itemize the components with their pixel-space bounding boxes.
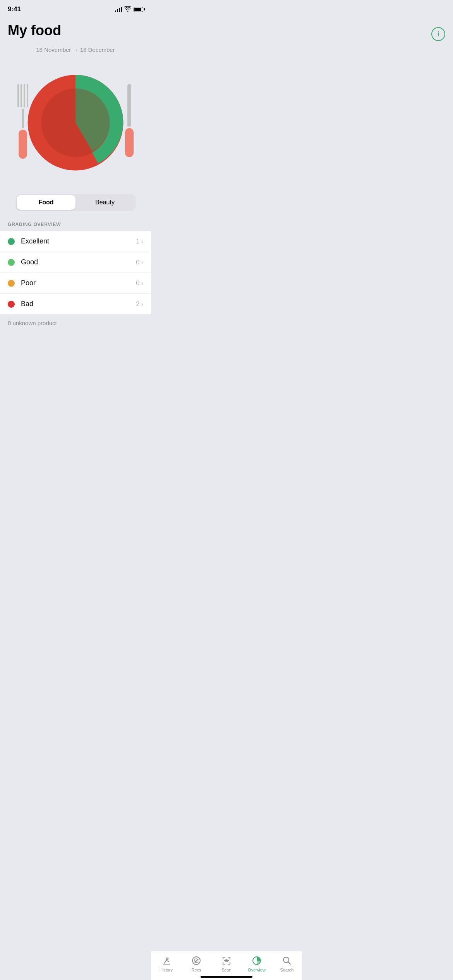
- good-count: 0: [136, 259, 139, 266]
- poor-dot: [8, 280, 15, 287]
- page-content: My food 18 November → 18 December: [0, 16, 151, 185]
- unknown-product-text: 0 unknown product: [0, 314, 151, 332]
- status-time: 9:41: [8, 5, 21, 13]
- plate-chart-area: [14, 61, 137, 185]
- signal-bars-icon: [115, 7, 122, 12]
- poor-chevron-icon: ›: [141, 280, 143, 287]
- page-title: My food: [8, 16, 143, 46]
- good-dot: [8, 259, 15, 266]
- grading-row-bad[interactable]: Bad 2 ›: [0, 294, 151, 314]
- battery-icon: [134, 7, 143, 12]
- poor-count: 0: [136, 279, 139, 287]
- grading-list: Excellent 1 › Good 0 › Poor 0 › Bad 2 ›: [0, 231, 151, 314]
- status-icons: [115, 6, 143, 13]
- segment-food-button[interactable]: Food: [17, 195, 76, 210]
- grading-row-poor[interactable]: Poor 0 ›: [0, 273, 151, 294]
- grading-row-good[interactable]: Good 0 ›: [0, 252, 151, 273]
- excellent-dot: [8, 238, 15, 245]
- grading-row-excellent[interactable]: Excellent 1 ›: [0, 231, 151, 252]
- bad-label: Bad: [21, 300, 136, 308]
- poor-label: Poor: [21, 279, 136, 287]
- excellent-chevron-icon: ›: [141, 238, 143, 245]
- excellent-count: 1: [136, 238, 139, 245]
- date-range: 18 November → 18 December: [8, 46, 143, 53]
- grading-overview-label: GRADING OVERVIEW: [0, 222, 151, 231]
- segment-beauty-button[interactable]: Beauty: [76, 195, 134, 210]
- bad-chevron-icon: ›: [141, 301, 143, 308]
- knife-icon: [125, 84, 134, 161]
- bad-dot: [8, 301, 15, 308]
- good-label: Good: [21, 258, 136, 266]
- status-bar: 9:41: [0, 0, 151, 16]
- bad-count: 2: [136, 300, 139, 308]
- segment-toggle: Food Beauty: [15, 194, 136, 211]
- good-chevron-icon: ›: [141, 259, 143, 266]
- pie-chart: [25, 72, 126, 173]
- wifi-icon: [124, 6, 131, 13]
- excellent-label: Excellent: [21, 237, 136, 245]
